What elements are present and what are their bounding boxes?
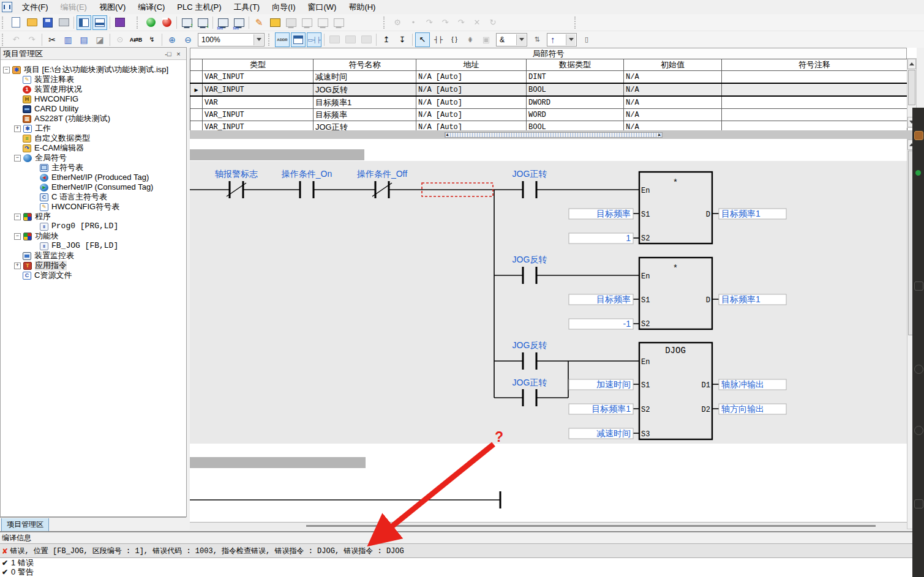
pin-icon[interactable]: -□ <box>163 49 173 59</box>
expand-icon[interactable]: + <box>14 262 21 269</box>
updown-combo[interactable]: ↑ <box>547 33 577 47</box>
tab-project-management[interactable]: 项目管理区 <box>1 518 49 532</box>
menu-wizard[interactable]: 向导(I) <box>266 1 301 14</box>
tree-item-device-usage[interactable]: 1 装置使用状况 <box>1 84 186 94</box>
overlay-ghost-icon[interactable] <box>914 281 923 291</box>
table-row-selected[interactable]: ▶ VAR_INPUT JOG反转 N/A [Auto] BOOL N/A <box>190 83 907 96</box>
zoom-in-icon[interactable]: ⊕ <box>165 32 179 47</box>
tree-item-programs[interactable]: − 程序 <box>1 212 186 221</box>
simulator-run-icon[interactable] <box>143 15 158 30</box>
erase-icon[interactable]: ◪ <box>92 32 107 47</box>
splitter-handle[interactable]: ▴▴ <box>445 132 663 138</box>
updown-dropdown-arrow[interactable] <box>566 34 576 45</box>
table-row[interactable]: VAR_INPUT 目标频率 N/A [Auto] WORD N/A <box>190 109 907 121</box>
coil-tool-icon[interactable]: { } <box>447 32 462 47</box>
compile-error-count-row[interactable]: ✔ 1 错误 <box>0 558 924 567</box>
tree-item-ethernet-consumed[interactable]: ► EtherNet/IP (Consumed Tag) <box>1 182 186 192</box>
tree-item-main-symbol-table[interactable]: 主符号表 <box>1 163 186 173</box>
help-book-icon[interactable] <box>113 15 127 30</box>
toolbar-grip[interactable] <box>268 34 272 46</box>
tree-item-as228t[interactable]: ▦ AS228T (功能块测试) <box>1 114 186 124</box>
open-file-icon[interactable] <box>24 15 39 30</box>
address-toggle-icon[interactable]: ADDR <box>275 32 290 47</box>
tree-item-device-monitor-table[interactable]: 装置监控表 <box>1 251 186 261</box>
monitor-table-icon[interactable] <box>268 15 282 30</box>
menu-plc[interactable]: PLC 主机(P) <box>171 1 227 14</box>
overlay-app-icon[interactable] <box>914 131 923 140</box>
collapse-icon[interactable]: − <box>14 214 21 220</box>
tree-item-ecam-editor[interactable]: ↷ E-CAM编辑器 <box>1 143 186 153</box>
tree-item-device-comment-table[interactable]: ✎ 装置注释表 <box>1 75 186 84</box>
tree-item-fb-jog[interactable]: ‖ FB_JOG [FB,LD] <box>1 241 186 251</box>
toolbar-grip[interactable] <box>2 17 6 29</box>
col-type[interactable]: 类型 <box>203 59 314 71</box>
insert-network-below-icon[interactable]: ↧ <box>395 32 410 47</box>
editor-hscrollbar[interactable] <box>190 522 907 530</box>
select-cursor-icon[interactable]: ↖ <box>415 32 430 47</box>
tree-item-user-data-types[interactable]: ≡ 自定义数据类型 <box>1 133 186 143</box>
toolbar-grip[interactable] <box>574 17 579 29</box>
menu-view[interactable]: 视图(V) <box>93 1 132 14</box>
tree-item-function-blocks[interactable]: − 功能块 <box>1 231 186 241</box>
menu-window[interactable]: 窗口(W) <box>301 1 342 14</box>
toolbar-grip[interactable] <box>2 34 6 46</box>
menu-help[interactable]: 帮助(H) <box>342 1 381 14</box>
menu-compile[interactable]: 编译(C) <box>132 1 171 14</box>
contact-tool-icon[interactable]: ┤├ <box>431 32 446 47</box>
upload-from-plc-icon[interactable]: ↓ <box>195 15 210 30</box>
tree-item-c-symbol-table[interactable]: C C 语言主符号表 <box>1 192 186 202</box>
tree-item-card-utility[interactable]: CARD Utility <box>1 104 186 114</box>
drag-mode-icon[interactable]: ↯ <box>145 32 159 47</box>
function-block-multiply-1[interactable]: * En S1 S2 D <box>639 172 712 244</box>
col-address[interactable]: 地址 <box>416 59 527 71</box>
operator-combo[interactable]: & <box>496 33 527 47</box>
menu-file[interactable]: 文件(F) <box>16 1 54 14</box>
overlay-ghost-icon[interactable] <box>914 499 923 508</box>
tree-item-project-root[interactable]: − ✱ 项目 [E:\台达\功能块测试\功能块测试.isp] <box>1 65 186 75</box>
collapse-icon[interactable]: − <box>3 67 10 73</box>
compile-warning-count-row[interactable]: ✔ 0 警告 <box>0 567 924 576</box>
print-icon[interactable] <box>56 15 71 30</box>
edit-pen-icon[interactable]: ✎ <box>252 15 266 30</box>
scroll-up-icon[interactable] <box>907 59 916 69</box>
online-monitor-icon[interactable]: 101 <box>216 15 230 30</box>
collapse-icon[interactable]: − <box>14 155 21 162</box>
col-comment[interactable]: 符号注释 <box>722 59 907 71</box>
panel-splitter[interactable]: ▴▴ <box>190 130 917 139</box>
overlay-ghost-icon[interactable] <box>914 426 923 435</box>
table-row[interactable]: VAR_INPUT 减速时间 N/A [Auto] DINT N/A <box>190 71 907 84</box>
tree-item-hwconfig-symbol-table[interactable]: ✎ HWCONFIG符号表 <box>1 202 186 212</box>
compile-error-row[interactable]: ✘ 错误, 位置 [FB_JOG, 区段编号 : 1], 错误代码 : 1003… <box>0 544 924 558</box>
zoom-dropdown-arrow[interactable] <box>254 34 263 45</box>
scroll-thumb[interactable] <box>306 525 876 527</box>
comment-toggle-icon[interactable]: ▭┤├ <box>307 32 321 47</box>
download-to-plc-icon[interactable]: ↑ <box>179 15 194 30</box>
overlay-ghost-icon[interactable] <box>914 365 923 374</box>
insert-network-above-icon[interactable]: ↥ <box>379 32 394 47</box>
tree-item-tasks[interactable]: + ✱ 工作 <box>1 124 186 133</box>
view-output-panel-icon[interactable] <box>92 15 107 30</box>
collapse-icon[interactable]: − <box>14 233 21 240</box>
tree-item-applied-instructions[interactable]: + T 应用指令 <box>1 261 186 270</box>
tree-item-global-symbols[interactable]: − 全局符号 <box>1 153 186 163</box>
save-icon[interactable] <box>40 15 55 30</box>
toolbar-grip[interactable] <box>383 17 388 29</box>
col-initial-value[interactable]: 初始值 <box>624 59 722 71</box>
expand-icon[interactable]: + <box>14 125 21 132</box>
function-block-djog[interactable]: DJOG En S1 S2 S3 D1 D2 <box>639 343 712 439</box>
menu-tools[interactable]: 工具(T) <box>228 1 266 14</box>
tree-item-ethernet-produced[interactable]: ◄ EtherNet/IP (Produced Tag) <box>1 173 186 182</box>
simulator-stop-icon[interactable] <box>159 15 174 30</box>
zoom-level-combo[interactable]: 100% <box>198 33 265 47</box>
col-symbol-name[interactable]: 符号名称 <box>314 59 416 71</box>
device-monitor-icon[interactable]: 101 <box>231 15 246 30</box>
view-project-panel-icon[interactable] <box>77 15 91 30</box>
network-tool-icon[interactable]: ⋕ <box>463 32 478 47</box>
network-comment-bar-1[interactable] <box>190 149 364 160</box>
copy-icon[interactable]: ▥ <box>61 32 75 47</box>
window-mode-icon[interactable] <box>291 32 306 47</box>
new-file-icon[interactable] <box>9 15 23 30</box>
tree-item-c-resource-files[interactable]: C C资源文件 <box>1 270 186 280</box>
table-row[interactable]: VAR 目标频率1 N/A [Auto] DWORD N/A <box>190 96 907 109</box>
paste-icon[interactable]: ▤ <box>77 32 91 47</box>
